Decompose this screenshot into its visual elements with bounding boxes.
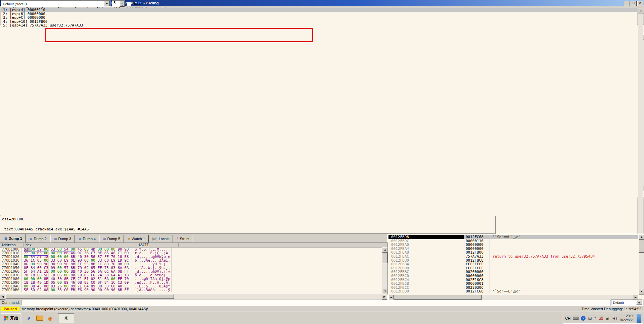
dump-3-icon: ▦: [54, 237, 57, 240]
stack-value: FFFFFFFF: [464, 262, 490, 266]
argument-row[interactable]: 2: [esp+8] 00000000: [1, 12, 637, 16]
stack-row[interactable]: 0012FBB4FFFFFFFF: [388, 262, 638, 266]
scroll-thumb[interactable]: [382, 253, 387, 263]
hex-ascii: _]Â..3Àëö......ÿ: [132, 288, 172, 292]
hex-dump-pane[interactable]: AddressHexASCII 770D100053 00 59 0053 00…: [0, 242, 388, 294]
hex-column-header: Hex: [24, 243, 136, 247]
stack-row[interactable]: 0012FBBC00200000: [388, 270, 638, 274]
stack-comment: return to user32.757A7A33 from user32.75…: [490, 255, 638, 259]
hex-dump-rows: 770D100053 00 59 0053 00 54 0045 00 4D 0…: [0, 248, 387, 292]
keyboard-icon[interactable]: ⌨: [573, 316, 579, 321]
stack-comment: "`Sd"══L"占d": [490, 289, 638, 293]
taskbar-item-x32dbg[interactable]: ❋: [58, 313, 74, 323]
chevron-down-icon[interactable]: ▼: [104, 1, 110, 6]
stack-row[interactable]: 0012FBC000000000: [388, 274, 638, 278]
hex-byte-group: F6 90 90 90: [75, 288, 102, 292]
stack-vscrollbar[interactable]: ▲ ▼: [639, 234, 644, 294]
spin-down-icon[interactable]: ▼: [120, 4, 125, 7]
argument-row[interactable]: 3: [esp+C] 00000000: [1, 16, 637, 20]
dump-tab-dump-2[interactable]: ▦Dump 2: [26, 235, 50, 242]
stack-row[interactable]: 0012FBA000000000: [388, 243, 638, 247]
stack-comment: [490, 239, 638, 243]
hex-byte-group: 00 33 C0 EB: [48, 288, 75, 292]
dump-tab-dump-1[interactable]: ▦Dump 1: [1, 234, 26, 242]
scroll-thumb[interactable]: [5, 294, 174, 299]
stack-row[interactable]: 0012FBB8FFFFFFFF: [388, 266, 638, 270]
folder-icon[interactable]: [35, 314, 44, 323]
dump-tab-locals[interactable]: [x=]Locals: [149, 235, 173, 242]
hex-address: 770D10B0: [0, 288, 22, 292]
dump-tab-dump-3[interactable]: ▦Dump 3: [50, 235, 75, 242]
help-icon[interactable]: ?: [581, 316, 586, 321]
dump-tab-bar: ▦Dump 1▦Dump 2▦Dump 3▦Dump 4▦Dump 5◉Watc…: [1, 234, 193, 242]
scroll-thumb[interactable]: [394, 295, 482, 300]
stack-hscrollbar[interactable]: ◀ ▶: [388, 295, 638, 300]
stack-row[interactable]: 0012FB980012FC68"`Sd"══L"占d": [388, 235, 638, 239]
stack-row[interactable]: 0012FB9C00000110: [388, 239, 638, 243]
x32dbg-window: ❋ crackme4.exe - PID: 3328 - Module: cra…: [0, 0, 644, 324]
internet-explorer-icon[interactable]: e: [25, 314, 33, 323]
calling-convention-value: Default (stdcall): [3, 2, 27, 6]
hidden-icons-chevron-icon[interactable]: ^: [594, 316, 596, 321]
display-icon[interactable]: ▣: [605, 316, 609, 321]
dump-4-icon: ▦: [79, 237, 82, 240]
scroll-left-icon[interactable]: ◀: [0, 294, 5, 300]
language-indicator[interactable]: CH: [565, 316, 570, 320]
volume-icon[interactable]: ◄): [612, 316, 617, 321]
hex-column-header: Address: [0, 243, 24, 247]
stack-row[interactable]: 0012FBB00012FBC8: [388, 259, 638, 263]
windows-logo-icon: [4, 316, 9, 321]
start-button[interactable]: 开始: [1, 313, 21, 323]
stack-row[interactable]: 0012FBA400000000: [388, 247, 638, 251]
dump-tab-dump-5[interactable]: ▦Dump 5: [99, 235, 124, 242]
ime-icon[interactable]: ▤: [588, 316, 592, 321]
argument-row[interactable]: 4: [esp+10] 0012FB00: [1, 20, 637, 24]
dump-5-icon: ▦: [103, 237, 106, 240]
scroll-up-icon[interactable]: ▲: [382, 247, 388, 253]
watch-1-icon: ◉: [128, 237, 130, 240]
media-player-icon[interactable]: ◉: [46, 314, 55, 323]
hex-dump-vscrollbar[interactable]: ▲ ▼: [382, 247, 387, 294]
dump-tab-label: Dump 3: [58, 237, 71, 241]
chevron-down-icon[interactable]: ▼: [636, 300, 642, 305]
dump-tab-dump-4[interactable]: ▦Dump 4: [75, 235, 99, 242]
command-label: Command:: [2, 301, 20, 305]
dump-tab-struct[interactable]: §Struct: [173, 235, 193, 242]
command-script-select[interactable]: Default ▼: [611, 300, 643, 306]
dump-area: ▦Dump 1▦Dump 2▦Dump 3▦Dump 4▦Dump 5◉Watc…: [0, 234, 387, 300]
info-pane: esi=28030C .text:004014A5 crackme4.exe:$…: [0, 216, 496, 234]
command-input[interactable]: [21, 300, 609, 306]
scroll-thumb[interactable]: [639, 240, 644, 253]
stack-comment: [490, 259, 638, 263]
scroll-up-icon[interactable]: ▲: [639, 234, 644, 240]
scroll-right-icon[interactable]: ▶: [382, 294, 387, 300]
stack-row[interactable]: 0012FBC800000001: [388, 282, 638, 286]
stack-row[interactable]: 0012FBD00012FC68"`Sd"══L"占d": [388, 289, 638, 293]
hex-byte: 90: [91, 288, 98, 292]
stack-comment: [490, 278, 638, 282]
calling-convention-select[interactable]: Default (stdcall) ▼: [1, 0, 110, 7]
argument-row[interactable]: 5: [esp+14] 757A7A33 user32.757A7A33: [1, 23, 637, 28]
argument-count-stepper[interactable]: 5 ▲ ▼: [112, 0, 125, 7]
unlocked-checkbox[interactable]: [127, 2, 131, 6]
tray-clock[interactable]: 20:06 2022/8/29: [619, 314, 635, 322]
dump-tab-label: Dump 4: [83, 237, 96, 241]
show-desktop-button[interactable]: [637, 314, 641, 323]
system-tray: CH ⌨ ? ▤ ^ ⌧ ▣ ◄) 20:06 2022/8/29: [563, 313, 643, 324]
dump-tab-watch-1[interactable]: ◉Watch 1: [124, 235, 149, 242]
argument-row[interactable]: 1: [esp+4] 00000110: [1, 8, 637, 12]
hex-dump-hscrollbar[interactable]: ◀ ▶: [0, 294, 387, 299]
scroll-up-icon[interactable]: ▲: [638, 8, 644, 13]
stack-pane[interactable]: 0012FB980012FC68"`Sd"══L"占d"0012FB9C0000…: [388, 234, 644, 300]
hex-byte: 90: [97, 288, 102, 292]
locals-icon: [x=]: [152, 237, 157, 240]
scroll-down-icon[interactable]: ▼: [382, 289, 388, 294]
stack-address: 0012FBD0: [388, 289, 464, 293]
argument-count-value: 5: [113, 1, 116, 5]
stack-row[interactable]: 0012FBAC757A7A33return to user32.757A7A3…: [388, 255, 638, 259]
network-disconnected-icon[interactable]: ⌧: [598, 316, 603, 321]
stack-row[interactable]: 0012FBC4002E16C8: [388, 278, 638, 282]
hex-dump-row[interactable]: 770D10B05F 5D C2 0800 33 C0 EBF6 90 90 9…: [0, 288, 387, 292]
scroll-down-icon[interactable]: ▼: [639, 289, 644, 294]
hex-byte: 08: [44, 288, 48, 292]
